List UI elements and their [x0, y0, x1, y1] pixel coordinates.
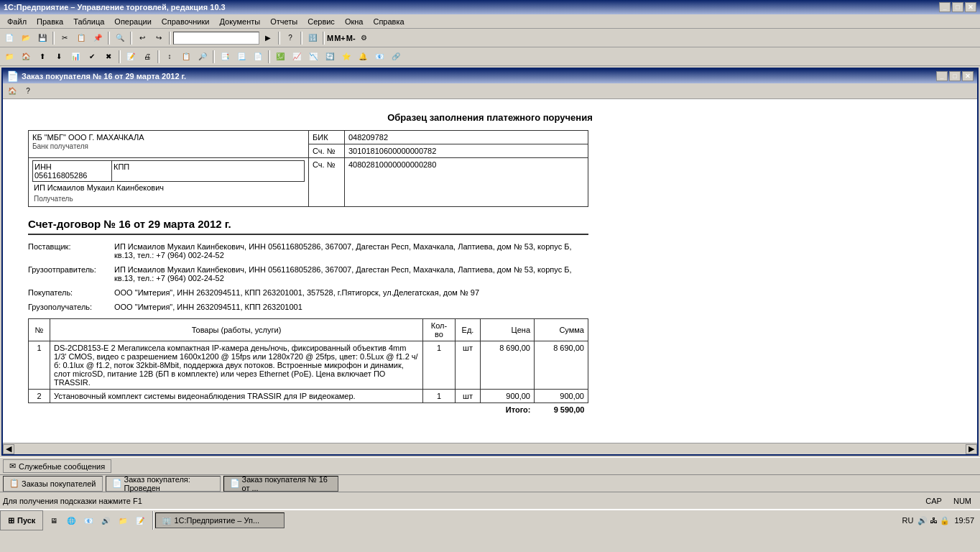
th-qty: Кол-во — [423, 319, 456, 341]
tb-copy[interactable]: 📋 — [73, 31, 89, 45]
task-conducted-icon: 📄 — [112, 479, 122, 488]
tb2-2[interactable]: 🏠 — [18, 50, 34, 64]
task-order-conducted[interactable]: 📄 Заказ покупателя: Проведен — [106, 476, 221, 492]
start-label: Пуск — [17, 516, 35, 525]
menu-service[interactable]: Сервис — [303, 17, 339, 27]
ql-5[interactable]: 📁 — [115, 513, 131, 528]
schet2-value-cell: 40802810000000000280 — [345, 158, 588, 207]
tb2-15[interactable]: 📄 — [250, 50, 266, 64]
tb-mminus: M- — [346, 34, 356, 42]
tb2-12[interactable]: 🔎 — [195, 50, 211, 64]
tb2-9[interactable]: 🖨 — [139, 50, 155, 64]
total-label-text: Итого: — [481, 403, 535, 417]
row2-price: 900,00 — [481, 390, 535, 403]
total-value: 9 590,00 — [535, 403, 588, 417]
service-messages-btn[interactable]: ✉ Служебные сообщения — [3, 459, 111, 473]
menu-file[interactable]: Файл — [3, 17, 31, 27]
menu-operations[interactable]: Операции — [110, 17, 155, 27]
supplier-value: ИП Исмаилов Мукаил Каинбекович, ИНН 0561… — [114, 242, 588, 259]
task-orders[interactable]: 📋 Заказы покупателей — [3, 476, 103, 492]
doc-window-buttons: _ □ ✕ — [936, 71, 974, 81]
tb-cut[interactable]: ✂ — [57, 31, 73, 45]
doc-maximize[interactable]: □ — [949, 71, 961, 81]
tb2-4[interactable]: ⬇ — [51, 50, 67, 64]
tb-settings[interactable]: ⚙ — [356, 31, 372, 45]
doc-home-icon[interactable]: 🏠 — [6, 85, 19, 98]
tb-go[interactable]: ▶ — [260, 31, 276, 45]
recipient-label: Получатель — [32, 193, 305, 204]
doc-close[interactable]: ✕ — [962, 71, 974, 81]
tb2-5[interactable]: 📊 — [68, 50, 83, 64]
tasks-bar: 📋 Заказы покупателей 📄 Заказ покупателя:… — [0, 474, 980, 492]
row1-goods: DS-2CD8153-E 2 Мегапиксела компактная IP… — [50, 341, 423, 390]
menu-bar: Файл Правка Таблица Операции Справочники… — [0, 14, 980, 29]
tb2-1[interactable]: 📁 — [1, 50, 17, 64]
tb-m: M — [327, 34, 333, 42]
tb-new[interactable]: 📄 — [1, 31, 17, 45]
windows-taskbar: ⊞ Пуск 🖥 🌐 📧 🔊 📁 📝 🏢 1С:Предприятие – Уп… — [0, 509, 980, 530]
sep-tb2-3 — [213, 50, 215, 63]
tb-help[interactable]: ? — [282, 31, 298, 45]
tb2-6[interactable]: ✔ — [84, 50, 100, 64]
tb2-8[interactable]: 📝 — [123, 50, 139, 64]
tb2-23[interactable]: 🔗 — [388, 50, 404, 64]
content-area[interactable]: Образец заполнения платежного поручения … — [3, 99, 977, 443]
tb2-21[interactable]: 🔔 — [355, 50, 371, 64]
tb2-11[interactable]: 📋 — [178, 50, 194, 64]
tb-paste[interactable]: 📌 — [90, 31, 106, 45]
tb-save[interactable]: 💾 — [34, 31, 50, 45]
doc-minimize[interactable]: _ — [936, 71, 948, 81]
tb-open[interactable]: 📂 — [18, 31, 34, 45]
minimize-btn[interactable]: _ — [939, 2, 951, 12]
envelope-icon: ✉ — [9, 461, 16, 471]
close-btn[interactable]: ✕ — [965, 2, 976, 12]
menu-edit[interactable]: Правка — [32, 17, 68, 27]
row2-unit: шт — [456, 390, 481, 403]
status-bar: Для получения подсказки нажмите F1 CAP N… — [0, 492, 980, 509]
scroll-right-btn[interactable]: ▶ — [966, 444, 977, 454]
tb2-7[interactable]: ✖ — [101, 50, 116, 64]
tb2-16[interactable]: 💹 — [272, 50, 288, 64]
ql-4[interactable]: 🔊 — [98, 513, 114, 528]
sep6 — [300, 32, 302, 45]
th-unit: Ед. — [456, 319, 481, 341]
horizontal-scrollbar[interactable]: ◀ ▶ — [3, 443, 977, 454]
menu-table[interactable]: Таблица — [69, 17, 108, 27]
menu-references[interactable]: Справочники — [157, 17, 214, 27]
doc-help-icon[interactable]: ? — [22, 85, 34, 98]
scroll-left-btn[interactable]: ◀ — [3, 444, 14, 454]
ql-2[interactable]: 🌐 — [63, 513, 79, 528]
start-button[interactable]: ⊞ Пуск — [0, 510, 43, 530]
taskbar-1c-task[interactable]: 🏢 1С:Предприятие – Уп... — [155, 512, 285, 528]
tb2-13[interactable]: 📑 — [217, 50, 233, 64]
tb-redo[interactable]: ↪ — [151, 31, 167, 45]
num-indicator: NUM — [948, 497, 977, 505]
shipper-row: Грузоотправитель: ИП Исмаилов Мукаил Каи… — [28, 265, 588, 282]
sep-tb2-2 — [157, 50, 160, 63]
tb2-14[interactable]: 📃 — [234, 50, 249, 64]
tb2-17[interactable]: 📈 — [289, 50, 305, 64]
buyer-label: Покупатель: — [28, 288, 114, 297]
tb-calc[interactable]: 🔢 — [305, 31, 320, 45]
table-row: 2 Установочный комплект системы видеонаб… — [29, 390, 588, 403]
tb-undo[interactable]: ↩ — [134, 31, 150, 45]
tb2-10[interactable]: ↕ — [162, 50, 177, 64]
maximize-btn[interactable]: □ — [952, 2, 963, 12]
schet1-value: 30101810600000000782 — [348, 147, 436, 155]
tb2-19[interactable]: 🔄 — [322, 50, 338, 64]
tb2-20[interactable]: ⭐ — [338, 50, 354, 64]
task-order-16[interactable]: 📄 Заказ покупателя № 16 от ... — [223, 476, 338, 492]
tb-find[interactable]: 🔍 — [112, 31, 128, 45]
ql-6[interactable]: 📝 — [132, 513, 148, 528]
menu-documents[interactable]: Документы — [215, 17, 264, 27]
menu-windows[interactable]: Окна — [341, 17, 368, 27]
tb2-3[interactable]: ⬆ — [34, 50, 50, 64]
payment-table: КБ "МБГ" ООО Г. МАХАЧКАЛА Банк получател… — [28, 130, 588, 207]
menu-help[interactable]: Справка — [369, 17, 408, 27]
tb2-18[interactable]: 📉 — [305, 50, 321, 64]
toolbar-search[interactable] — [173, 32, 259, 45]
ql-1[interactable]: 🖥 — [46, 513, 62, 528]
menu-reports[interactable]: Отчеты — [266, 17, 302, 27]
tb2-22[interactable]: 📧 — [371, 50, 387, 64]
ql-3[interactable]: 📧 — [80, 513, 96, 528]
